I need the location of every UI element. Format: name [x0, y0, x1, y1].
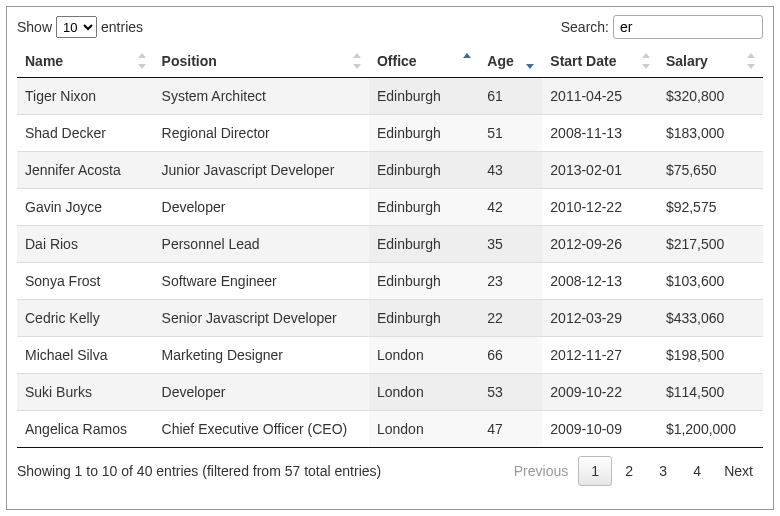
table-row[interactable]: Sonya FrostSoftware EngineerEdinburgh232… [17, 263, 763, 300]
cell-office: Edinburgh [369, 115, 479, 152]
table-row[interactable]: Dai RiosPersonnel LeadEdinburgh352012-09… [17, 226, 763, 263]
col-header-label: Salary [666, 53, 708, 69]
table-row[interactable]: Gavin JoyceDeveloperEdinburgh422010-12-2… [17, 189, 763, 226]
cell-age: 66 [479, 337, 542, 374]
cell-name: Tiger Nixon [17, 78, 154, 115]
table-row[interactable]: Suki BurksDeveloperLondon532009-10-22$11… [17, 374, 763, 411]
table-bottombar: Showing 1 to 10 of 40 entries (filtered … [17, 456, 763, 486]
cell-age: 53 [479, 374, 542, 411]
cell-start_date: 2012-03-29 [542, 300, 658, 337]
cell-salary: $1,200,000 [658, 411, 763, 448]
cell-start_date: 2011-04-25 [542, 78, 658, 115]
cell-start_date: 2008-12-13 [542, 263, 658, 300]
page-number[interactable]: 1 [578, 456, 612, 486]
sort-icon [353, 53, 363, 69]
cell-age: 23 [479, 263, 542, 300]
cell-position: Marketing Designer [154, 337, 369, 374]
table-row[interactable]: Michael SilvaMarketing DesignerLondon662… [17, 337, 763, 374]
cell-office: London [369, 374, 479, 411]
cell-salary: $103,600 [658, 263, 763, 300]
cell-age: 42 [479, 189, 542, 226]
table-row[interactable]: Shad DeckerRegional DirectorEdinburgh512… [17, 115, 763, 152]
cell-position: Developer [154, 189, 369, 226]
cell-salary: $75,650 [658, 152, 763, 189]
cell-position: Junior Javascript Developer [154, 152, 369, 189]
col-header-label: Position [162, 53, 217, 69]
cell-start_date: 2009-10-22 [542, 374, 658, 411]
search-label: Search: [561, 19, 609, 35]
sort-icon [747, 53, 757, 69]
cell-salary: $433,060 [658, 300, 763, 337]
search-control: Search: [561, 15, 763, 39]
cell-age: 22 [479, 300, 542, 337]
cell-office: Edinburgh [369, 78, 479, 115]
table-row[interactable]: Jennifer AcostaJunior Javascript Develop… [17, 152, 763, 189]
cell-position: Chief Executive Officer (CEO) [154, 411, 369, 448]
col-header-label: Start Date [550, 53, 616, 69]
cell-position: Developer [154, 374, 369, 411]
cell-salary: $114,500 [658, 374, 763, 411]
sort-icon [642, 53, 652, 69]
cell-age: 35 [479, 226, 542, 263]
cell-start_date: 2008-11-13 [542, 115, 658, 152]
cell-office: London [369, 337, 479, 374]
cell-name: Gavin Joyce [17, 189, 154, 226]
cell-name: Jennifer Acosta [17, 152, 154, 189]
cell-position: Senior Javascript Developer [154, 300, 369, 337]
table-row[interactable]: Cedric KellySenior Javascript DeveloperE… [17, 300, 763, 337]
length-control: Show 10 entries [17, 16, 143, 38]
cell-name: Shad Decker [17, 115, 154, 152]
cell-salary: $92,575 [658, 189, 763, 226]
page-number[interactable]: 2 [612, 456, 646, 486]
cell-position: System Architect [154, 78, 369, 115]
datatable-container: Show 10 entries Search: Name [6, 6, 774, 510]
cell-office: Edinburgh [369, 152, 479, 189]
length-select[interactable]: 10 [56, 16, 97, 38]
cell-salary: $320,800 [658, 78, 763, 115]
cell-name: Dai Rios [17, 226, 154, 263]
cell-name: Cedric Kelly [17, 300, 154, 337]
col-header-office[interactable]: Office [369, 45, 479, 78]
col-header-label: Age [487, 53, 513, 69]
table-row[interactable]: Tiger NixonSystem ArchitectEdinburgh6120… [17, 78, 763, 115]
cell-name: Angelica Ramos [17, 411, 154, 448]
length-label-pre: Show [17, 19, 52, 35]
cell-name: Sonya Frost [17, 263, 154, 300]
cell-office: Edinburgh [369, 300, 479, 337]
cell-start_date: 2012-11-27 [542, 337, 658, 374]
page-number[interactable]: 3 [646, 456, 680, 486]
col-header-salary[interactable]: Salary [658, 45, 763, 78]
data-table: Name Position Office [17, 45, 763, 448]
sort-desc-icon [526, 53, 536, 69]
page-next[interactable]: Next [714, 456, 763, 486]
page-previous[interactable]: Previous [504, 456, 578, 486]
col-header-name[interactable]: Name [17, 45, 154, 78]
pagination: Previous 1234 Next [504, 456, 763, 486]
cell-age: 61 [479, 78, 542, 115]
search-input[interactable] [613, 15, 763, 39]
col-header-label: Name [25, 53, 63, 69]
cell-position: Software Engineer [154, 263, 369, 300]
col-header-position[interactable]: Position [154, 45, 369, 78]
cell-age: 43 [479, 152, 542, 189]
col-header-age[interactable]: Age [479, 45, 542, 78]
table-info: Showing 1 to 10 of 40 entries (filtered … [17, 463, 381, 479]
cell-age: 47 [479, 411, 542, 448]
page-number[interactable]: 4 [680, 456, 714, 486]
cell-position: Regional Director [154, 115, 369, 152]
cell-office: Edinburgh [369, 226, 479, 263]
table-row[interactable]: Angelica RamosChief Executive Officer (C… [17, 411, 763, 448]
cell-salary: $198,500 [658, 337, 763, 374]
length-label-post: entries [101, 19, 143, 35]
cell-age: 51 [479, 115, 542, 152]
cell-position: Personnel Lead [154, 226, 369, 263]
col-header-label: Office [377, 53, 417, 69]
cell-salary: $183,000 [658, 115, 763, 152]
cell-salary: $217,500 [658, 226, 763, 263]
cell-office: Edinburgh [369, 263, 479, 300]
cell-start_date: 2010-12-22 [542, 189, 658, 226]
cell-start_date: 2009-10-09 [542, 411, 658, 448]
sort-asc-icon [463, 53, 473, 69]
cell-name: Michael Silva [17, 337, 154, 374]
col-header-start-date[interactable]: Start Date [542, 45, 658, 78]
